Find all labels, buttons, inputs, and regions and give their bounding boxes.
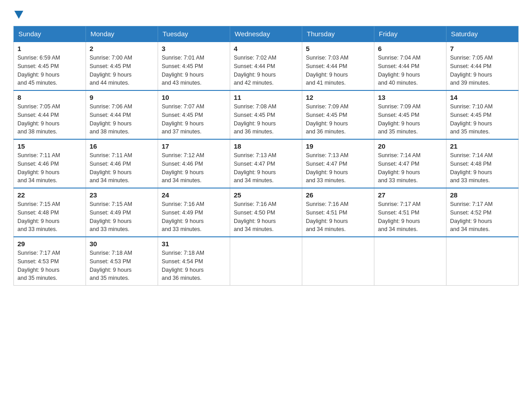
day-number: 23 [90, 191, 154, 199]
logo [13, 9, 23, 18]
day-number: 2 [90, 45, 154, 52]
calendar-cell: 19 Sunrise: 7:13 AM Sunset: 4:47 PM Dayl… [302, 139, 374, 188]
day-number: 26 [306, 191, 370, 199]
day-info: Sunrise: 7:14 AM Sunset: 4:48 PM Dayligh… [450, 151, 515, 185]
calendar-cell: 13 Sunrise: 7:09 AM Sunset: 4:45 PM Dayl… [374, 90, 446, 139]
day-info: Sunrise: 7:18 AM Sunset: 4:54 PM Dayligh… [162, 249, 226, 283]
calendar-cell: 27 Sunrise: 7:17 AM Sunset: 4:51 PM Dayl… [374, 188, 446, 237]
calendar-cell: 5 Sunrise: 7:03 AM Sunset: 4:44 PM Dayli… [302, 42, 374, 90]
day-number: 6 [378, 45, 442, 52]
calendar-cell: 17 Sunrise: 7:12 AM Sunset: 4:46 PM Dayl… [158, 139, 230, 188]
day-info: Sunrise: 7:07 AM Sunset: 4:45 PM Dayligh… [162, 103, 226, 136]
calendar-cell: 23 Sunrise: 7:15 AM Sunset: 4:49 PM Dayl… [86, 188, 158, 237]
calendar-header-saturday: Saturday [446, 26, 519, 42]
calendar-week-row-2: 8 Sunrise: 7:05 AM Sunset: 4:44 PM Dayli… [14, 90, 519, 139]
calendar-table: SundayMondayTuesdayWednesdayThursdayFrid… [13, 26, 519, 286]
day-number: 12 [306, 94, 370, 101]
day-info: Sunrise: 7:00 AM Sunset: 4:45 PM Dayligh… [90, 54, 154, 87]
calendar-cell: 4 Sunrise: 7:02 AM Sunset: 4:44 PM Dayli… [230, 42, 302, 90]
day-number: 13 [378, 94, 442, 101]
day-info: Sunrise: 7:05 AM Sunset: 4:44 PM Dayligh… [17, 103, 82, 136]
day-number: 29 [17, 240, 82, 248]
calendar-cell: 21 Sunrise: 7:14 AM Sunset: 4:48 PM Dayl… [446, 139, 519, 188]
day-info: Sunrise: 7:09 AM Sunset: 4:45 PM Dayligh… [378, 103, 442, 136]
day-number: 14 [450, 94, 515, 101]
calendar-cell: 31 Sunrise: 7:18 AM Sunset: 4:54 PM Dayl… [158, 237, 230, 286]
day-info: Sunrise: 7:17 AM Sunset: 4:53 PM Dayligh… [17, 249, 82, 283]
day-number: 7 [450, 45, 515, 52]
calendar-week-row-3: 15 Sunrise: 7:11 AM Sunset: 4:46 PM Dayl… [14, 139, 519, 188]
day-info: Sunrise: 7:09 AM Sunset: 4:45 PM Dayligh… [306, 103, 370, 136]
calendar-header-friday: Friday [374, 26, 446, 42]
day-number: 8 [17, 94, 82, 101]
calendar-cell: 1 Sunrise: 6:59 AM Sunset: 4:45 PM Dayli… [14, 42, 86, 90]
day-number: 21 [450, 142, 515, 150]
day-info: Sunrise: 7:04 AM Sunset: 4:44 PM Dayligh… [378, 54, 442, 87]
day-info: Sunrise: 7:17 AM Sunset: 4:52 PM Dayligh… [450, 200, 515, 234]
day-info: Sunrise: 7:06 AM Sunset: 4:44 PM Dayligh… [90, 103, 154, 136]
calendar-cell: 8 Sunrise: 7:05 AM Sunset: 4:44 PM Dayli… [14, 90, 86, 139]
day-number: 18 [234, 142, 298, 150]
day-number: 15 [17, 142, 82, 150]
page-header [13, 9, 519, 18]
calendar-cell: 18 Sunrise: 7:13 AM Sunset: 4:47 PM Dayl… [230, 139, 302, 188]
day-number: 10 [162, 94, 226, 101]
day-info: Sunrise: 7:13 AM Sunset: 4:47 PM Dayligh… [234, 151, 298, 185]
day-number: 16 [90, 142, 154, 150]
day-number: 24 [162, 191, 226, 199]
calendar-header-row: SundayMondayTuesdayWednesdayThursdayFrid… [14, 26, 519, 42]
day-number: 19 [306, 142, 370, 150]
calendar-cell: 25 Sunrise: 7:16 AM Sunset: 4:50 PM Dayl… [230, 188, 302, 237]
day-number: 25 [234, 191, 298, 199]
calendar-header-thursday: Thursday [302, 26, 374, 42]
calendar-cell: 2 Sunrise: 7:00 AM Sunset: 4:45 PM Dayli… [86, 42, 158, 90]
day-info: Sunrise: 7:16 AM Sunset: 4:49 PM Dayligh… [162, 200, 226, 234]
day-info: Sunrise: 7:15 AM Sunset: 4:48 PM Dayligh… [17, 200, 82, 234]
day-number: 27 [378, 191, 442, 199]
day-info: Sunrise: 7:16 AM Sunset: 4:50 PM Dayligh… [234, 200, 298, 234]
calendar-cell: 29 Sunrise: 7:17 AM Sunset: 4:53 PM Dayl… [14, 237, 86, 286]
calendar-cell [230, 237, 302, 286]
day-info: Sunrise: 7:05 AM Sunset: 4:44 PM Dayligh… [450, 54, 515, 87]
calendar-cell: 12 Sunrise: 7:09 AM Sunset: 4:45 PM Dayl… [302, 90, 374, 139]
day-number: 9 [90, 94, 154, 101]
calendar-cell: 3 Sunrise: 7:01 AM Sunset: 4:45 PM Dayli… [158, 42, 230, 90]
calendar-cell: 26 Sunrise: 7:16 AM Sunset: 4:51 PM Dayl… [302, 188, 374, 237]
calendar-cell: 14 Sunrise: 7:10 AM Sunset: 4:45 PM Dayl… [446, 90, 519, 139]
calendar-header-wednesday: Wednesday [230, 26, 302, 42]
calendar-cell: 15 Sunrise: 7:11 AM Sunset: 4:46 PM Dayl… [14, 139, 86, 188]
day-info: Sunrise: 7:17 AM Sunset: 4:51 PM Dayligh… [378, 200, 442, 234]
calendar-cell: 20 Sunrise: 7:14 AM Sunset: 4:47 PM Dayl… [374, 139, 446, 188]
day-info: Sunrise: 7:15 AM Sunset: 4:49 PM Dayligh… [90, 200, 154, 234]
calendar-cell: 16 Sunrise: 7:11 AM Sunset: 4:46 PM Dayl… [86, 139, 158, 188]
day-number: 3 [162, 45, 226, 52]
calendar-week-row-1: 1 Sunrise: 6:59 AM Sunset: 4:45 PM Dayli… [14, 42, 519, 90]
day-number: 5 [306, 45, 370, 52]
calendar-cell: 22 Sunrise: 7:15 AM Sunset: 4:48 PM Dayl… [14, 188, 86, 237]
day-info: Sunrise: 7:13 AM Sunset: 4:47 PM Dayligh… [306, 151, 370, 185]
day-info: Sunrise: 7:16 AM Sunset: 4:51 PM Dayligh… [306, 200, 370, 234]
calendar-header-tuesday: Tuesday [158, 26, 230, 42]
calendar-week-row-5: 29 Sunrise: 7:17 AM Sunset: 4:53 PM Dayl… [14, 237, 519, 286]
calendar-cell: 11 Sunrise: 7:08 AM Sunset: 4:45 PM Dayl… [230, 90, 302, 139]
day-number: 20 [378, 142, 442, 150]
day-number: 1 [17, 45, 82, 52]
day-info: Sunrise: 7:11 AM Sunset: 4:46 PM Dayligh… [17, 151, 82, 185]
day-number: 31 [162, 240, 226, 248]
day-info: Sunrise: 7:02 AM Sunset: 4:44 PM Dayligh… [234, 54, 298, 87]
day-number: 17 [162, 142, 226, 150]
calendar-cell [446, 237, 519, 286]
day-info: Sunrise: 7:10 AM Sunset: 4:45 PM Dayligh… [450, 103, 515, 136]
day-info: Sunrise: 7:18 AM Sunset: 4:53 PM Dayligh… [90, 249, 154, 283]
calendar-week-row-4: 22 Sunrise: 7:15 AM Sunset: 4:48 PM Dayl… [14, 188, 519, 237]
calendar-cell [302, 237, 374, 286]
calendar-header-monday: Monday [86, 26, 158, 42]
day-info: Sunrise: 7:01 AM Sunset: 4:45 PM Dayligh… [162, 54, 226, 87]
logo-triangle-icon [14, 11, 23, 19]
calendar-cell: 30 Sunrise: 7:18 AM Sunset: 4:53 PM Dayl… [86, 237, 158, 286]
calendar-cell: 6 Sunrise: 7:04 AM Sunset: 4:44 PM Dayli… [374, 42, 446, 90]
day-info: Sunrise: 6:59 AM Sunset: 4:45 PM Dayligh… [17, 54, 82, 87]
calendar-cell: 7 Sunrise: 7:05 AM Sunset: 4:44 PM Dayli… [446, 42, 519, 90]
calendar-cell: 10 Sunrise: 7:07 AM Sunset: 4:45 PM Dayl… [158, 90, 230, 139]
day-number: 22 [17, 191, 82, 199]
